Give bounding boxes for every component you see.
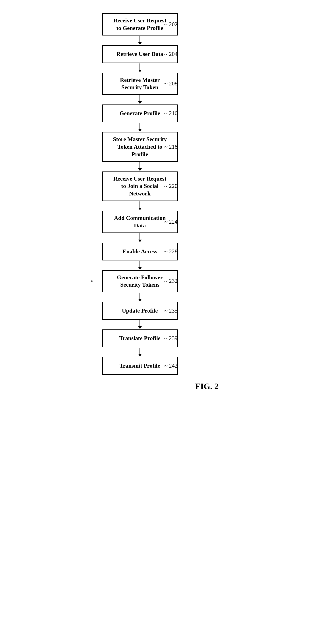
arrow-container: [85, 260, 240, 270]
step-208-label: 208: [164, 80, 178, 87]
step-row: Translate Profile239: [85, 330, 240, 347]
flow-arrow: [102, 347, 178, 357]
arrow-container: [85, 201, 240, 211]
step-row: Store Master Security Token Attached to …: [85, 132, 240, 162]
step-row: Add Communication Data224: [85, 211, 240, 233]
step-204-label: 204: [164, 50, 178, 58]
step-row: Generate Follower Security Tokens232: [85, 270, 240, 292]
flow-arrow: [102, 63, 178, 73]
flow-arrow: [102, 260, 178, 270]
arrow-line: [140, 162, 140, 168]
step-202-label: 202: [164, 21, 178, 28]
step-row: Transmit Profile242: [85, 357, 240, 375]
arrow-head: [138, 208, 142, 210]
flow-arrow: [102, 233, 178, 243]
arrow-container: [85, 63, 240, 73]
arrow-container: [85, 95, 240, 104]
flowchart-diagram: Receive User Request to Generate Profile…: [85, 13, 240, 391]
flow-arrow: [102, 292, 178, 302]
arrow-line: [140, 234, 140, 240]
step-row: Enable Access228: [85, 243, 240, 260]
arrow-head: [138, 299, 142, 302]
flow-arrow: [102, 122, 178, 132]
arrow-line: [140, 64, 140, 70]
step-row: Update Profile235: [85, 302, 240, 320]
step-224-label: 224: [164, 218, 178, 226]
step-220-label: 220: [164, 182, 178, 190]
arrow-container: [85, 162, 240, 172]
arrow-line: [140, 292, 140, 299]
step-232-label: 232: [164, 278, 178, 284]
step-row: Generate Profile210: [85, 104, 240, 122]
flow-arrow: [102, 95, 178, 104]
arrow-head: [138, 102, 142, 104]
arrow-container: [85, 233, 240, 243]
step-row: Receive User Request to Join a Social Ne…: [85, 172, 240, 201]
arrow-line: [140, 261, 140, 267]
decoration-dot: [91, 280, 93, 282]
flow-arrow: [102, 320, 178, 330]
step-210-label: 210: [164, 110, 178, 117]
arrow-head: [138, 354, 142, 356]
step-row: Receive User Request to Generate Profile…: [85, 13, 240, 36]
arrow-head: [138, 240, 142, 242]
arrow-line: [140, 202, 140, 208]
flow-arrow: [102, 36, 178, 45]
arrow-head: [138, 70, 142, 72]
arrow-line: [140, 36, 140, 42]
flow-arrow: [102, 162, 178, 172]
arrow-line: [140, 123, 140, 129]
step-239-label: 239: [164, 335, 178, 342]
arrow-container: [85, 292, 240, 302]
arrow-container: [85, 122, 240, 132]
step-row: Retrieve User Data204: [85, 45, 240, 63]
arrow-line: [140, 348, 140, 354]
figure-label-row: FIG. 2: [85, 381, 240, 391]
step-218-label: 218: [164, 143, 178, 150]
step-row: Retrieve Master Security Token208: [85, 73, 240, 95]
step-228-label: 228: [164, 248, 178, 255]
arrow-head: [138, 267, 142, 270]
flow-arrow: [102, 201, 178, 211]
step-242-label: 242: [164, 362, 178, 369]
arrow-container: [85, 320, 240, 330]
arrow-head: [138, 42, 142, 45]
arrow-container: [85, 36, 240, 45]
arrow-line: [140, 320, 140, 326]
arrow-head: [138, 168, 142, 171]
arrow-head: [138, 326, 142, 329]
arrow-container: [85, 347, 240, 357]
step-235-label: 235: [164, 307, 178, 314]
arrow-head: [138, 129, 142, 132]
figure-label: FIG. 2: [195, 381, 219, 391]
arrow-line: [140, 95, 140, 102]
